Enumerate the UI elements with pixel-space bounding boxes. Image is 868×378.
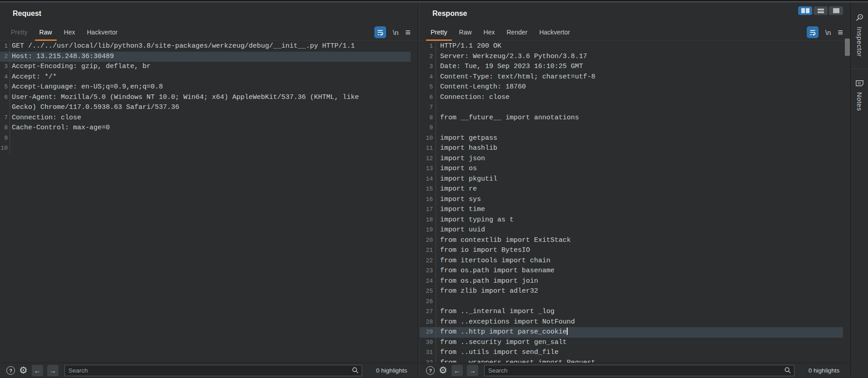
word-wrap-button[interactable] [374, 26, 386, 38]
line-number: 17 [420, 205, 434, 215]
line-number: 20 [420, 236, 434, 246]
code-line[interactable]: 8Cache-Control: max-age=0 [0, 123, 411, 133]
code-line[interactable]: 5Content-Length: 18760 [420, 82, 843, 93]
code-line[interactable]: 18import typing as t [420, 215, 843, 226]
line-number: 18 [420, 215, 434, 226]
code-line[interactable]: 10 [0, 143, 411, 154]
response-search-input[interactable] [484, 365, 794, 376]
help-icon[interactable]: ? [426, 366, 435, 375]
settings-gear-icon[interactable]: ⚙ [19, 366, 28, 375]
code-line[interactable]: 26 [420, 297, 843, 307]
request-search-input[interactable] [64, 365, 362, 376]
code-line[interactable]: 3Accept-Encoding: gzip, deflate, br [0, 62, 411, 72]
line-text: import getpass [436, 133, 497, 144]
line-text: import json [436, 154, 485, 164]
code-line[interactable]: 12import json [420, 154, 843, 164]
code-line[interactable]: 24from os.path import join [420, 276, 843, 287]
code-line[interactable]: 23from os.path import basename [420, 266, 843, 276]
line-number: 1 [0, 41, 9, 52]
code-line[interactable]: 8from __future__ import annotations [420, 113, 843, 123]
line-number: 23 [420, 266, 434, 276]
tab-render[interactable]: Render [501, 24, 534, 40]
search-prev-button[interactable]: ← [32, 365, 43, 376]
code-line[interactable]: 2Host: 13.215.248.36:30489 [0, 52, 411, 62]
code-line[interactable]: 14import pkgutil [420, 174, 843, 185]
tab-raw[interactable]: Raw [453, 24, 478, 40]
tab-hackvertor[interactable]: Hackvertor [533, 24, 576, 40]
response-search-wrap [484, 365, 794, 376]
code-line[interactable]: 16import sys [420, 195, 843, 205]
editor-menu-button[interactable]: ≡ [405, 28, 411, 37]
code-line[interactable]: 21from io import BytesIO [420, 245, 843, 256]
tab-pretty[interactable]: Pretty [425, 24, 453, 40]
code-line[interactable]: Gecko) Chrome/117.0.5938.63 Safari/537.3… [0, 103, 411, 113]
word-wrap-button[interactable] [807, 26, 819, 38]
search-icon [352, 367, 359, 374]
settings-gear-icon[interactable]: ⚙ [439, 366, 447, 375]
text-cursor [567, 328, 568, 335]
sidebar-item-notes[interactable]: Notes [856, 92, 863, 111]
line-number: 19 [420, 225, 434, 236]
tab-hex[interactable]: Hex [58, 24, 81, 40]
request-tabs: PrettyRawHexHackvertor \n ≡ [0, 24, 418, 41]
code-line[interactable]: 9 [420, 123, 843, 133]
tab-hackvertor[interactable]: Hackvertor [81, 24, 124, 40]
response-scrollbar-thumb[interactable] [845, 39, 850, 56]
search-next-button[interactable]: → [47, 365, 59, 376]
tab-hex[interactable]: Hex [478, 24, 501, 40]
newline-toggle-button[interactable]: \n [825, 29, 831, 36]
request-search-bar: ? ⚙ ← → 0 highlights [0, 363, 418, 378]
code-line[interactable]: 22from itertools import chain [420, 256, 843, 266]
tab-pretty[interactable]: Pretty [5, 24, 34, 40]
code-line[interactable]: 20from contextlib import ExitStack [420, 236, 843, 246]
line-text: import sys [436, 195, 481, 205]
code-line[interactable]: 25from zlib import adler32 [420, 286, 843, 297]
code-line[interactable]: 4Accept: */* [0, 72, 411, 83]
code-line[interactable]: 7 [420, 103, 843, 113]
code-line[interactable]: 6Connection: close [420, 93, 843, 103]
code-line[interactable]: 15import re [420, 184, 843, 195]
search-next-button[interactable]: → [467, 365, 478, 376]
line-text: Host: 13.215.248.36:30489 [10, 52, 114, 62]
tab-raw[interactable]: Raw [34, 24, 58, 40]
editor-menu-button[interactable]: ≡ [838, 28, 843, 37]
notes-icon[interactable] [855, 79, 864, 88]
code-line[interactable]: 29from ..http import parse_cookie [420, 327, 843, 338]
line-text [436, 123, 440, 133]
request-highlight-count: 0 highlights [373, 367, 410, 374]
code-line[interactable]: 7Connection: close [0, 113, 411, 123]
request-header: Request PrettyRawHexHackvertor \n ≡ [0, 2, 418, 41]
line-number: 4 [420, 72, 434, 83]
response-editor[interactable]: 1HTTP/1.1 200 OK2Server: Werkzeug/2.3.6 … [420, 41, 850, 363]
line-text: from __future__ import annotations [436, 113, 579, 123]
code-line[interactable]: 6User-Agent: Mozilla/5.0 (Windows NT 10.… [0, 93, 411, 103]
code-line[interactable]: 27from .._internal import _log [420, 307, 843, 317]
line-number: 1 [420, 41, 434, 52]
code-line[interactable]: 13import os [420, 164, 843, 174]
code-line[interactable]: 4Content-Type: text/html; charset=utf-8 [420, 72, 843, 83]
line-number: 21 [420, 245, 434, 256]
sidebar-item-inspector[interactable]: Inspector [856, 27, 863, 57]
line-text: Connection: close [436, 93, 510, 103]
code-line[interactable]: 2Server: Werkzeug/2.3.6 Python/3.8.17 [420, 52, 843, 62]
newline-toggle-button[interactable]: \n [393, 29, 399, 36]
code-line[interactable]: 1GET /../../usr/local/lib/python3.8/site… [0, 41, 411, 52]
code-line[interactable]: 31from ..utils import send_file [420, 348, 843, 358]
code-line[interactable]: 32from ..wrappers.request import Request [420, 358, 843, 363]
code-line[interactable]: 1HTTP/1.1 200 OK [420, 41, 843, 52]
code-line[interactable]: 17import time [420, 205, 843, 215]
line-text: Content-Length: 18760 [436, 82, 526, 93]
search-prev-button[interactable]: ← [451, 365, 463, 376]
code-line[interactable]: 5Accept-Language: en-US;q=0.9,en;q=0.8 [0, 82, 411, 93]
code-line[interactable]: 30from ..security import gen_salt [420, 338, 843, 348]
line-number: 7 [0, 113, 9, 123]
request-editor[interactable]: 1GET /../../usr/local/lib/python3.8/site… [0, 41, 418, 363]
code-line[interactable]: 10import getpass [420, 133, 843, 144]
code-line[interactable]: 19import uuid [420, 225, 843, 236]
inspector-icon[interactable] [855, 13, 864, 22]
code-line[interactable]: 3Date: Tue, 19 Sep 2023 16:10:25 GMT [420, 62, 843, 72]
code-line[interactable]: 11import hashlib [420, 143, 843, 154]
help-icon[interactable]: ? [6, 366, 15, 375]
code-line[interactable]: 9 [0, 133, 411, 144]
code-line[interactable]: 28from ..exceptions import NotFound [420, 317, 843, 328]
